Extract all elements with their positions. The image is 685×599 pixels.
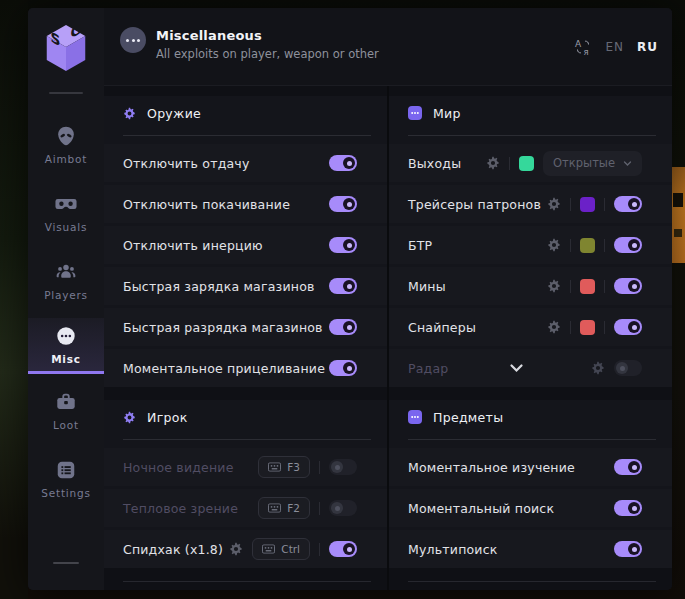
setting-row: Моментальный поиск [389,489,672,527]
setting-label: Быстрая разрядка магазинов [123,320,329,335]
translate-icon[interactable]: A я [574,38,592,56]
setting-label: Быстрая зарядка магазинов [123,279,329,294]
toggle-off[interactable] [329,459,357,475]
color-swatch[interactable] [519,156,534,171]
content: Оружие Отключить отдачу Отключить покачи… [104,86,672,590]
sidebar-item-label: Loot [53,419,79,431]
svg-text:я: я [584,47,589,57]
language-option-en[interactable]: EN [605,40,624,54]
setting-label: Снайперы [408,320,547,335]
setting-row: Выходы Открытые [389,144,672,182]
section-title: Предметы [433,410,503,425]
page-header: Miscellaneous All exploits on player, we… [104,8,672,86]
language-option-ru[interactable]: RU [637,40,658,54]
toggle-off[interactable] [329,500,357,516]
toggle-on[interactable] [614,541,642,557]
section-title: Оружие [147,106,201,121]
row-settings-gear-icon[interactable] [547,197,561,211]
row-settings-gear-icon[interactable] [547,320,561,334]
toggle-on[interactable] [329,196,357,212]
sidebar-item-aimbot[interactable]: Aimbot [28,114,104,176]
toggle-on[interactable] [614,278,642,294]
left-column: Оружие Отключить отдачу Отключить покачи… [104,86,387,590]
control-divider [570,280,571,293]
right-column: Мир Выходы Открытые [389,86,672,590]
hotkey-label: F2 [287,502,300,514]
sidebar-item-label: Aimbot [45,153,87,165]
section-world: Мир Выходы Открытые [389,96,672,387]
setting-label: Отключить покачивание [123,197,329,212]
sidebar-item-label: Players [44,289,88,301]
toggle-on[interactable] [329,360,357,376]
sidebar-item-visuals[interactable]: Visuals [28,182,104,244]
setting-label: Выходы [408,156,486,171]
chevron-down-icon [623,159,632,168]
setting-label: Мультипоиск [408,542,614,557]
hotkey-badge[interactable]: F3 [258,456,310,478]
toggle-on[interactable] [329,319,357,335]
sidebar-item-label: Misc [51,353,81,365]
keyboard-icon [268,503,281,513]
section-divider [408,581,656,582]
exits-dropdown[interactable]: Открытые [543,151,642,176]
toggle-on[interactable] [329,237,357,253]
dropdown-value: Открытые [553,156,615,170]
toggle-on[interactable] [329,541,357,557]
setting-label: Ночное видение [123,460,258,475]
main-panel: Miscellaneous All exploits on player, we… [104,8,672,590]
toggle-off[interactable] [614,360,642,376]
color-swatch[interactable] [580,197,595,212]
setting-row: Моментальное прицеливание [104,349,387,387]
row-settings-gear-icon[interactable] [547,279,561,293]
sidebar-item-settings[interactable]: Settings [28,448,104,510]
sidebar-item-misc[interactable]: Misc [28,318,104,374]
expand-chevron-icon[interactable] [509,361,524,376]
control-divider [509,157,510,170]
setting-row: Отключить инерцию [104,226,387,264]
control-divider [604,239,605,252]
color-swatch[interactable] [580,238,595,253]
sidebar-item-label: Settings [41,487,90,499]
setting-row: Мины [389,267,672,305]
color-swatch[interactable] [580,279,595,294]
row-settings-gear-icon[interactable] [547,238,561,252]
toggle-on[interactable] [329,278,357,294]
page-title: Miscellaneous [156,28,262,43]
setting-row: Отключить покачивание [104,185,387,223]
control-divider [319,502,320,515]
toggle-on[interactable] [329,155,357,171]
color-swatch[interactable] [580,320,595,335]
row-settings-gear-icon[interactable] [591,361,605,375]
row-settings-gear-icon[interactable] [486,156,500,170]
sidebar-item-loot[interactable]: Loot [28,380,104,442]
section-items: Предметы Моментальное изучение Моменталь… [389,400,672,568]
setting-row: Отключить отдачу [104,144,387,182]
gear-icon [123,411,136,424]
items-badge-icon [408,410,422,424]
briefcase-icon [55,391,77,413]
toggle-on[interactable] [614,319,642,335]
hotkey-badge[interactable]: Ctrl [252,538,310,560]
setting-row: Быстрая зарядка магазинов [104,267,387,305]
toggle-on[interactable] [614,237,642,253]
hotkey-badge[interactable]: F2 [258,497,310,519]
sidebar-item-players[interactable]: Players [28,250,104,312]
section-divider [123,135,371,136]
toggle-on[interactable] [614,500,642,516]
section-divider [123,581,371,582]
setting-row: Трейсеры патронов [389,185,672,223]
setting-row: Снайперы [389,308,672,346]
alien-icon [55,125,77,147]
section-divider [408,135,656,136]
row-settings-gear-icon[interactable] [229,542,243,556]
toggle-on[interactable] [614,196,642,212]
setting-row: Мультипоиск [389,530,672,568]
setting-label: БТР [408,238,547,253]
toggle-on[interactable] [614,459,642,475]
control-divider [570,198,571,211]
setting-row: Моментальное изучение [389,448,672,486]
setting-label: Отключить отдачу [123,156,329,171]
hotkey-label: Ctrl [281,543,300,555]
control-divider [604,321,605,334]
misc-badge-icon [120,27,146,53]
